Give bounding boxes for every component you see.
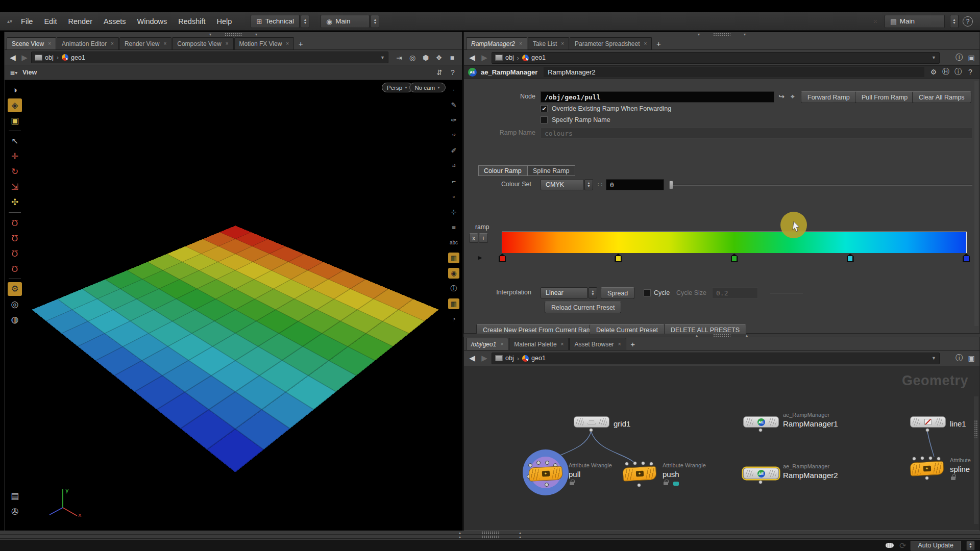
close-icon[interactable]: × [618, 341, 621, 347]
marquee-icon[interactable]: ▫ [448, 191, 459, 202]
menu-redshift[interactable]: Redshift [173, 15, 211, 28]
camera-link-icon[interactable]: ▣ [966, 53, 976, 63]
render-desktop-spinner[interactable]: ▲▼ [950, 15, 959, 28]
tab-scene-view[interactable]: Scene View× [7, 37, 56, 49]
list-icon[interactable]: ≡ [448, 222, 459, 233]
no-cam-button[interactable]: No cam▼ [409, 83, 446, 92]
input-dot[interactable] [536, 461, 541, 465]
colour-set-slider-handle[interactable] [669, 181, 673, 189]
point-marker-icon[interactable]: · [448, 84, 459, 95]
scrollbar[interactable] [974, 396, 978, 524]
override-checkbox[interactable]: ✔ [541, 105, 548, 112]
forward-ramp-button[interactable]: Forward Ramp [801, 91, 856, 103]
jump-icon[interactable]: ↪ [776, 91, 787, 102]
output-dot[interactable] [589, 428, 593, 432]
view-adjust-icon[interactable]: ◎ [8, 297, 22, 311]
ramp-pointer-icon[interactable]: ▶ [478, 255, 482, 260]
back-icon[interactable]: ◀ [8, 53, 18, 62]
output-dot[interactable] [758, 428, 763, 432]
colour-set-spinner[interactable]: ▲▼ [584, 179, 593, 190]
shading-smooth-icon[interactable]: ◈ [8, 98, 22, 112]
move-icon[interactable]: ✛ [8, 149, 22, 163]
pose-icon[interactable]: ✣ [8, 195, 22, 209]
output-dot[interactable] [925, 428, 929, 432]
stow-square-icon[interactable]: ■ [447, 53, 457, 63]
close-icon[interactable]: × [163, 41, 166, 46]
prim-numbers-icon[interactable]: ¹² [448, 161, 459, 171]
snap-point-icon[interactable]: Ω [8, 246, 22, 260]
brush-icon[interactable]: ✐ [448, 145, 459, 156]
view-menu-icon[interactable]: ▦▾ [9, 67, 19, 78]
viewport-3d[interactable]: Persp▼ No cam▼ ◑◈▣↖✛↻⇲✣ΩΩΩΩ⚙◎◍ ▤✇ ·✎✑¹²✐… [5, 80, 462, 533]
menu-file[interactable]: File [15, 15, 38, 28]
close-icon[interactable]: × [561, 341, 564, 347]
corner-icon[interactable]: ⌐ [448, 176, 459, 187]
flipbook-icon[interactable]: ✇ [8, 505, 22, 519]
close-icon[interactable]: × [226, 41, 229, 46]
tab--obj-geo1[interactable]: /obj/geo1× [466, 338, 508, 350]
info-icon[interactable]: ⓘ [954, 353, 964, 363]
menu-help[interactable]: Help [211, 15, 238, 28]
pane-splitter-handle[interactable] [713, 33, 730, 36]
specify-name-checkbox[interactable] [541, 116, 548, 123]
pane-arrow-icon[interactable]: ▾ [209, 32, 211, 37]
handles-icon[interactable]: ⚙ [8, 282, 22, 296]
stowbar-icon[interactable]: ▦ [448, 298, 459, 309]
menu-assets[interactable]: Assets [98, 15, 132, 28]
auto-update-selector[interactable]: Auto Update [911, 541, 962, 550]
rotate-icon[interactable]: ↻ [8, 165, 22, 179]
output-dot[interactable] [637, 483, 641, 487]
ramp-stop-1[interactable] [615, 254, 622, 262]
ramp-stop-2[interactable] [731, 254, 738, 262]
network-canvas[interactable]: Geometry grid1✦Attribute Wranglepull✦Att… [464, 366, 979, 530]
input-dot[interactable] [920, 456, 924, 460]
shading-sphere-icon[interactable]: ◑ [8, 83, 22, 97]
node-path-field[interactable]: /obj/geo1/pull [541, 91, 774, 103]
axes-icon[interactable]: ⊹ [448, 207, 459, 217]
tab-take-list[interactable]: Take List× [528, 37, 569, 49]
main-view-spinner[interactable]: ▲▼ [371, 15, 379, 28]
pen-icon[interactable]: ✑ [448, 115, 459, 126]
input-dot[interactable] [928, 456, 933, 460]
node-spline[interactable]: ✦ [910, 461, 944, 476]
auto-update-spinner[interactable]: ▲▼ [966, 541, 975, 550]
chevron-down-icon[interactable]: ▼ [932, 356, 936, 361]
gauge-icon[interactable]: ◔ [448, 314, 459, 324]
info-circle-icon[interactable]: ⓘ [448, 283, 459, 294]
back-icon[interactable]: ◀ [467, 354, 477, 363]
node-name-field[interactable]: RampManager2 [544, 67, 924, 77]
tab-colour-ramp[interactable]: Colour Ramp [478, 165, 527, 176]
tab-new-tab-button[interactable]: + [627, 338, 639, 350]
menu-edit[interactable]: Edit [38, 15, 62, 28]
tab-spline-ramp[interactable]: Spline Ramp [527, 165, 575, 176]
snap-grid-icon[interactable]: Ω [8, 216, 22, 230]
chevron-down-icon[interactable]: ▼ [380, 55, 385, 60]
tab-material-palette[interactable]: Material Palette× [509, 338, 569, 350]
forward-icon[interactable]: ▶ [479, 53, 489, 62]
ramp-gradient-bar[interactable] [502, 232, 967, 253]
ramp-remove-button[interactable]: x [469, 233, 478, 243]
memory-icon[interactable] [884, 541, 895, 549]
interpolation-spinner[interactable]: ▲▼ [589, 287, 597, 298]
output-dot[interactable] [545, 483, 549, 487]
chevron-down-icon[interactable]: ▼ [932, 55, 936, 60]
snap-icon[interactable]: Ω [8, 262, 22, 276]
input-dot[interactable] [528, 463, 532, 467]
cycle-checkbox[interactable] [644, 289, 651, 296]
main-view-selector[interactable]: ◉ Main [321, 15, 370, 28]
node-RampManager2[interactable]: AE [743, 468, 779, 479]
desktop-selector[interactable]: ⊞ Technical [251, 15, 300, 28]
pull-from-ramp-button[interactable]: Pull From Ramp [855, 91, 914, 103]
breadcrumb[interactable]: obj › geo1 ▼ [492, 353, 940, 364]
help-icon[interactable]: ? [965, 67, 975, 77]
reload-preset-button[interactable]: Reload Current Preset [545, 302, 621, 313]
display-icon[interactable]: ▣ [966, 353, 976, 363]
close-icon[interactable]: × [561, 41, 564, 46]
snap-curve-icon[interactable]: Ω [8, 231, 22, 245]
scale-icon[interactable]: ⇲ [8, 180, 22, 194]
abc-icon[interactable]: abc [448, 237, 459, 248]
colour-set-dropdown[interactable]: CMYK [541, 179, 583, 190]
pane-arrow-icon[interactable]: ▾ [698, 32, 700, 37]
scrollbar[interactable] [974, 81, 978, 326]
close-icon[interactable]: × [48, 41, 51, 46]
